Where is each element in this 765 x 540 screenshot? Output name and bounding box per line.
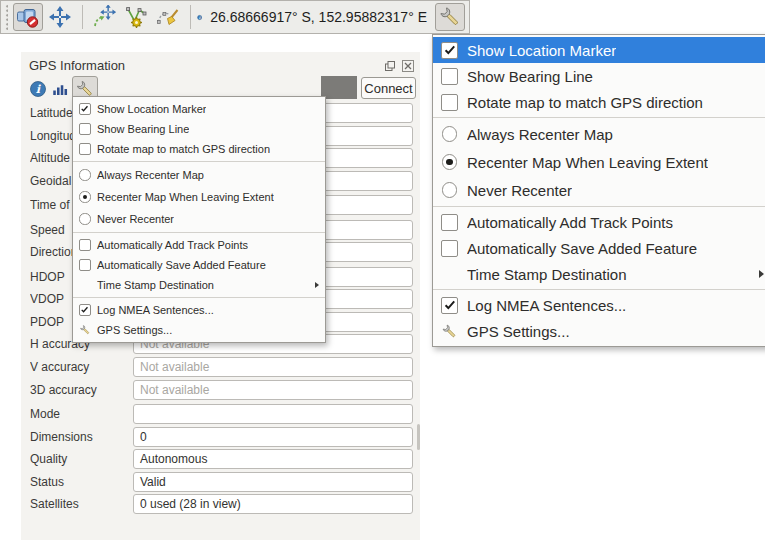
wrench-icon (441, 323, 458, 340)
connect-gps-button[interactable] (13, 3, 43, 31)
menu-item-gps-settings[interactable]: GPS Settings... (433, 318, 765, 344)
menu-item-label: Never Recenter (97, 213, 174, 225)
menu-item-automatically-save-added-feature[interactable]: Automatically Save Added Feature (433, 235, 765, 261)
menu-item-log-nmea-sentences[interactable]: Log NMEA Sentences... (433, 292, 765, 318)
menu-separator (73, 232, 325, 233)
menu-item-rotate-map-to-match-gps-direction[interactable]: Rotate map to match GPS direction (73, 139, 325, 159)
menu-item-show-location-marker[interactable]: Show Location Marker (433, 37, 765, 63)
menu-item-show-location-marker[interactable]: Show Location Marker (73, 99, 325, 119)
menu-item-label: GPS Settings... (467, 323, 570, 340)
gps-options-button[interactable] (435, 3, 465, 31)
field-label: Mode (30, 407, 133, 421)
signal-strength-icon (51, 80, 69, 98)
menu-item-label: Show Bearing Line (467, 68, 593, 85)
menu-separator (73, 161, 325, 162)
gps-options-menu: Show Location MarkerShow Bearing LineRot… (432, 34, 765, 347)
menu-item-never-recenter[interactable]: Never Recenter (73, 208, 325, 230)
menu-item-label: Never Recenter (467, 182, 572, 199)
menu-separator (433, 117, 765, 118)
field-input-satellites[interactable]: 0 used (28 in view) (133, 494, 413, 514)
menu-item-automatically-add-track-points[interactable]: Automatically Add Track Points (73, 235, 325, 255)
checkbox-unchecked-icon (79, 239, 91, 251)
menu-item-rotate-map-to-match-gps-direction[interactable]: Rotate map to match GPS direction (433, 89, 765, 115)
field-row-v-accuracy: V accuracyNot available (30, 357, 413, 377)
menu-item-always-recenter-map[interactable]: Always Recenter Map (433, 120, 765, 148)
menu-item-label: Show Location Marker (467, 42, 616, 59)
field-row-mode: Mode (30, 404, 413, 424)
gps-toolbar: i 26.68666917° S, 152.95882317° E (0, 0, 470, 34)
info-icon: i (197, 7, 202, 28)
menu-item-never-recenter[interactable]: Never Recenter (433, 176, 765, 204)
checkbox-unchecked-icon (441, 240, 458, 257)
field-group: ModeDimensions0QualityAutonomousStatusVa… (30, 404, 413, 514)
field-input-v-accuracy[interactable]: Not available (133, 357, 413, 377)
menu-item-time-stamp-destination[interactable]: Time Stamp Destination (433, 261, 765, 287)
menu-item-show-bearing-line[interactable]: Show Bearing Line (433, 63, 765, 89)
field-label: Status (30, 475, 133, 489)
menu-item-always-recenter-map[interactable]: Always Recenter Map (73, 164, 325, 186)
close-panel-icon (402, 60, 414, 72)
signal-strength-button[interactable] (51, 80, 69, 98)
reset-track-button[interactable] (153, 3, 183, 31)
add-track-point-icon (124, 5, 148, 29)
menu-separator (433, 289, 765, 290)
reset-track-icon (156, 5, 180, 29)
field-label: Satellites (30, 497, 133, 511)
connect-button[interactable]: Connect (361, 77, 416, 99)
checkbox-unchecked-icon (79, 123, 91, 135)
menu-item-label: Rotate map to match GPS direction (467, 94, 703, 111)
info-icon: i (29, 80, 47, 98)
recenter-map-button[interactable] (45, 3, 75, 31)
add-track-point-button[interactable] (121, 3, 151, 31)
submenu-arrow-icon (759, 270, 764, 278)
menu-item-recenter-map-when-leaving-extent[interactable]: Recenter Map When Leaving Extent (73, 186, 325, 208)
menu-item-time-stamp-destination[interactable]: Time Stamp Destination (73, 275, 325, 295)
field-label: 3D accuracy (30, 383, 133, 397)
menu-item-label: Always Recenter Map (467, 126, 613, 143)
menu-separator (433, 206, 765, 207)
checkbox-checked-icon (79, 103, 91, 115)
checkbox-checked-icon (441, 297, 458, 314)
field-row-status: StatusValid (30, 472, 413, 492)
menu-item-show-bearing-line[interactable]: Show Bearing Line (73, 119, 325, 139)
checkbox-checked-icon (79, 304, 91, 316)
menu-item-label: Always Recenter Map (97, 169, 204, 181)
field-input-quality[interactable]: Autonomous (133, 449, 413, 469)
menu-item-label: Automatically Add Track Points (97, 239, 248, 251)
menu-item-label: Log NMEA Sentences... (97, 304, 214, 316)
close-panel-button[interactable] (401, 59, 414, 72)
menu-item-log-nmea-sentences[interactable]: Log NMEA Sentences... (73, 300, 325, 320)
checkbox-unchecked-icon (441, 214, 458, 231)
menu-item-label: Automatically Save Added Feature (467, 240, 697, 257)
menu-item-spacer (441, 266, 458, 283)
field-input-mode[interactable] (133, 404, 413, 424)
panel-scrollbar[interactable] (417, 424, 420, 450)
menu-item-label: Automatically Add Track Points (467, 214, 673, 231)
field-row-satellites: Satellites0 used (28 in view) (30, 494, 413, 514)
menu-item-automatically-save-added-feature[interactable]: Automatically Save Added Feature (73, 255, 325, 275)
field-input-3d-accuracy[interactable]: Not available (133, 380, 413, 400)
field-row-3d-accuracy: 3D accuracyNot available (30, 380, 413, 400)
menu-item-automatically-add-track-points[interactable]: Automatically Add Track Points (433, 209, 765, 235)
field-label: Dimensions (30, 430, 133, 444)
float-panel-icon (384, 60, 396, 72)
toolbar-drag-handle[interactable] (5, 4, 8, 30)
recenter-extent-button[interactable] (89, 3, 119, 31)
field-input-dimensions[interactable]: 0 (133, 427, 413, 447)
menu-separator (73, 297, 325, 298)
field-input-status[interactable]: Valid (133, 472, 413, 492)
checkbox-unchecked-icon (441, 68, 458, 85)
radio-unselected-icon (79, 213, 91, 225)
panel-options-menu: Show Location MarkerShow Bearing LineRot… (72, 96, 326, 343)
menu-item-gps-settings[interactable]: GPS Settings... (73, 320, 325, 340)
menu-item-label: Recenter Map When Leaving Extent (97, 191, 274, 203)
float-panel-button[interactable] (383, 59, 396, 72)
menu-item-spacer (79, 279, 91, 291)
gps-device-box[interactable] (321, 76, 357, 99)
menu-item-recenter-map-when-leaving-extent[interactable]: Recenter Map When Leaving Extent (433, 148, 765, 176)
menu-item-label: Show Bearing Line (97, 123, 189, 135)
checkbox-unchecked-icon (79, 259, 91, 271)
recenter-extent-icon (92, 5, 116, 29)
field-row-dimensions: Dimensions0 (30, 427, 413, 447)
position-info-button[interactable]: i (29, 80, 47, 98)
